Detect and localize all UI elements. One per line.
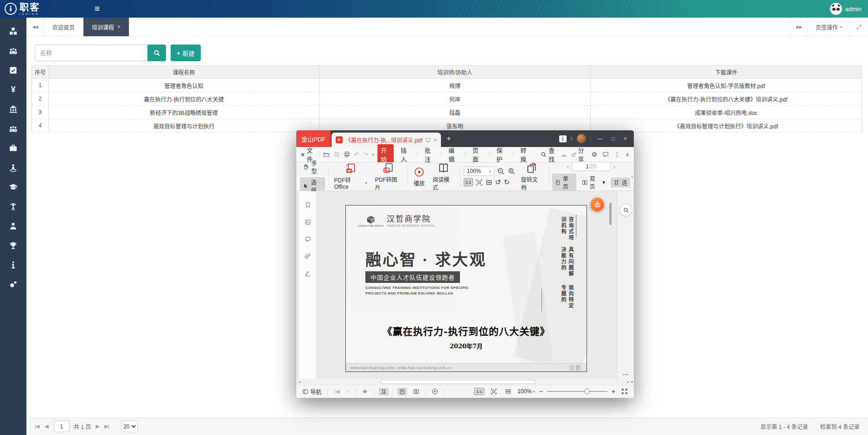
trophy-icon[interactable]	[9, 241, 18, 250]
actual-size-button[interactable]: 1:1	[464, 178, 473, 186]
cubes-icon[interactable]	[9, 27, 18, 36]
tab-operations-dropdown[interactable]: 页签操作 ▾	[808, 18, 849, 36]
tabs-scroll-left-icon[interactable]: ◀◀	[26, 18, 44, 36]
next-page-icon[interactable]: ▶	[96, 423, 99, 429]
tab-close-icon[interactable]: ×	[117, 24, 121, 30]
horizontal-scrollbar[interactable]: ◂ ▸ ▾	[296, 379, 634, 385]
play-slideshow-button[interactable]: 播放	[411, 166, 427, 187]
vertical-scrollbar[interactable]	[609, 191, 612, 379]
zoom-select[interactable]: 100%▾	[464, 166, 494, 176]
tab-home[interactable]: 欢迎首页	[44, 18, 83, 36]
ai-assistant-button[interactable]	[590, 198, 604, 211]
actual-size-button[interactable]: 1:1	[474, 388, 485, 395]
maximize-icon[interactable]: □	[609, 135, 617, 142]
download-file-link[interactable]: 《赢在执行力-执行到位的八大关键》培训讲义.pdf	[591, 92, 862, 106]
scroll-menu-icon[interactable]: ▾	[631, 380, 633, 384]
bookmark-icon[interactable]	[304, 201, 311, 208]
tabs-scroll-right-icon[interactable]: ▶▶	[790, 18, 808, 36]
comments-icon[interactable]	[304, 236, 311, 243]
info-icon[interactable]	[9, 261, 18, 269]
minimize-icon[interactable]: —	[595, 135, 605, 142]
fullscreen-icon[interactable]: ⤢	[849, 18, 868, 36]
continuous-scroll-button[interactable]: 连	[611, 178, 630, 187]
kingsoft-pdf-menu[interactable]: 金山PDF	[296, 130, 331, 147]
briefcase-icon[interactable]	[9, 144, 18, 153]
create-button[interactable]: + 新建	[171, 45, 201, 61]
zoom-out-icon[interactable]	[497, 167, 505, 175]
bank-icon[interactable]	[9, 105, 18, 114]
page-find-button[interactable]	[620, 204, 632, 216]
fullscreen-icon[interactable]	[619, 387, 630, 396]
rotate-left-icon[interactable]: ↺	[495, 178, 501, 186]
menu-tab-page[interactable]: 页面	[469, 144, 485, 165]
tab-count-badge[interactable]: 1	[559, 135, 567, 142]
prev-page-icon[interactable]: ‹	[345, 387, 351, 396]
read-mode-button[interactable]: 阅读模式	[430, 162, 457, 191]
facing-pages-view-icon[interactable]	[411, 388, 421, 396]
search-input[interactable]	[35, 45, 147, 61]
pdf-to-office-button[interactable]: W PDF转Office▾	[332, 163, 370, 190]
zoom-out-icon[interactable]: −	[539, 388, 543, 395]
close-doc-icon[interactable]: ×	[434, 137, 437, 143]
check-square-icon[interactable]	[9, 66, 18, 75]
prev-page-icon[interactable]: ‹	[567, 163, 568, 170]
attachment-icon[interactable]	[304, 253, 311, 260]
single-page-button[interactable]: 单页	[552, 173, 576, 191]
graduation-cap-icon[interactable]	[9, 183, 18, 192]
share-button[interactable]: 分享	[572, 146, 586, 163]
page-number-box[interactable]: 1/20	[572, 162, 611, 171]
redo-icon[interactable]: ↷	[363, 151, 368, 158]
page-size-select[interactable]: 20	[121, 421, 138, 432]
first-page-icon[interactable]: |◀	[332, 387, 341, 396]
save-icon[interactable]	[333, 151, 340, 158]
eye-protection-icon[interactable]	[360, 387, 370, 396]
fit-page-icon[interactable]	[476, 179, 483, 186]
scroll-right-icon[interactable]: ▸	[627, 380, 629, 384]
last-page-icon[interactable]: ▶|	[105, 423, 109, 429]
first-page-icon[interactable]: |◀	[35, 423, 39, 429]
more-options-icon[interactable]: •••	[618, 372, 634, 377]
thumbnails-icon[interactable]	[304, 218, 311, 225]
download-file-link[interactable]: 管理者角色认知-学员版教材.pdf	[591, 79, 862, 92]
tab-training-courses[interactable]: 培训课程 ×	[83, 18, 129, 36]
fit-width-icon[interactable]	[503, 387, 513, 396]
menu-tab-protect[interactable]: 保护	[493, 144, 510, 165]
fit-page-icon[interactable]	[489, 387, 499, 396]
pdf-to-image-button[interactable]: PDF转图片	[373, 162, 404, 191]
next-page-icon[interactable]: ›	[613, 163, 615, 170]
download-file-link[interactable]: 成果验收单-绍兴热电.doc	[591, 106, 862, 119]
fit-width-icon[interactable]	[485, 179, 492, 186]
vertical-scrollbar-thumb[interactable]	[609, 203, 612, 225]
ribbon-overflow-icon[interactable]: ›	[631, 173, 633, 180]
play-icon[interactable]	[430, 387, 440, 396]
cheer-person-icon[interactable]	[9, 202, 18, 211]
find-button[interactable]: 查找	[541, 146, 556, 163]
avatar[interactable]	[830, 3, 842, 15]
feedback-icon[interactable]	[602, 151, 609, 158]
menu-tab-insert[interactable]: 插入	[397, 144, 414, 165]
close-window-icon[interactable]: ×	[621, 135, 629, 142]
prev-page-icon[interactable]: ◀	[45, 423, 48, 429]
cogs-icon[interactable]	[9, 280, 18, 289]
settings-gear-icon[interactable]: ⚙	[591, 151, 597, 158]
street-view-icon[interactable]	[9, 163, 18, 172]
new-tab-icon[interactable]: +	[447, 134, 451, 143]
signature-icon[interactable]	[304, 270, 311, 277]
more-commands-icon[interactable]: ▾	[372, 153, 374, 157]
zoom-in-icon[interactable]: +	[612, 388, 615, 395]
zoom-level-select[interactable]: 100% ▾	[517, 388, 535, 395]
page-number-input[interactable]	[54, 421, 70, 432]
username[interactable]: admin	[845, 6, 862, 13]
search-button[interactable]	[147, 45, 166, 61]
hand-tool-button[interactable]: 手型	[300, 158, 325, 176]
rotate-document-button[interactable]: 旋转文档	[519, 162, 545, 191]
scroll-left-icon[interactable]: ◂	[296, 380, 303, 384]
pdf-user-avatar[interactable]	[577, 134, 586, 143]
cloud-sync-icon[interactable]: ☁	[560, 151, 567, 158]
menu-tab-edit[interactable]: 编辑	[445, 144, 461, 165]
menu-tab-annotate[interactable]: 批注	[421, 144, 438, 165]
team-icon[interactable]	[9, 124, 18, 133]
zoom-slider-knob[interactable]	[584, 389, 590, 394]
single-page-view-icon[interactable]	[397, 388, 407, 396]
undo-icon[interactable]: ↶	[354, 151, 359, 158]
